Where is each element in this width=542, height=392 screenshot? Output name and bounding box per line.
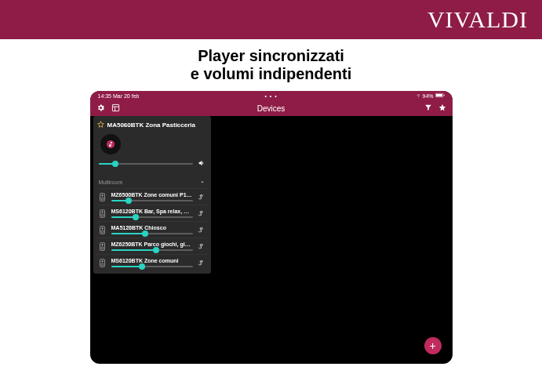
master-row[interactable]: MA5060BTK Zona Pasticceria <box>97 119 207 132</box>
zone-volume-slider[interactable] <box>111 233 193 234</box>
zone-name: MA5120BTK Chiosco <box>111 225 193 233</box>
brand-bar: VIVALDI <box>0 0 542 39</box>
status-center-dots: • • • <box>264 93 277 99</box>
zone-volume-slider[interactable] <box>111 249 193 251</box>
multiroom-label: Multiroom <box>99 180 123 185</box>
zone-volume-slider[interactable] <box>111 266 193 267</box>
zone-name: MS6120BTK Zone comuni <box>111 258 193 266</box>
svg-point-14 <box>101 230 104 232</box>
group-icon[interactable] <box>196 242 207 250</box>
speaker-icon[interactable] <box>97 226 108 234</box>
speaker-icon[interactable] <box>97 242 108 251</box>
speaker-icon[interactable] <box>97 259 108 267</box>
svg-point-17 <box>101 246 104 249</box>
svg-point-19 <box>102 260 103 261</box>
zone-volume-slider[interactable] <box>111 216 193 218</box>
zone-row[interactable]: MS6120BTK Zone comuni <box>97 254 207 270</box>
svg-rect-1 <box>435 94 442 96</box>
speaker-icon[interactable] <box>97 209 108 218</box>
group-icon[interactable] <box>196 226 207 234</box>
master-device-name: MA5060BTK Zona Pasticceria <box>107 122 196 129</box>
volume-icon[interactable] <box>198 159 206 169</box>
group-icon[interactable] <box>196 193 207 201</box>
wifi-icon <box>416 93 421 98</box>
svg-rect-3 <box>112 104 118 111</box>
zone-volume-slider[interactable] <box>111 200 193 201</box>
slide-title: Player sincronizzati e volumi indipenden… <box>0 47 542 83</box>
multiroom-header[interactable]: Multiroom <box>97 176 207 188</box>
filter-icon[interactable] <box>424 103 432 113</box>
chevron-up-icon[interactable] <box>199 179 206 186</box>
gear-icon[interactable] <box>96 103 105 114</box>
player-panel: MA5060BTK Zona Pasticceria Multiroom <box>93 116 211 274</box>
title-line-1: Player sincronizzati <box>0 47 542 65</box>
now-playing <box>97 134 207 173</box>
music-note-icon <box>107 141 114 147</box>
svg-point-13 <box>102 227 103 228</box>
zone-row[interactable]: MS6120BTK Bar, Spa relax, P2... <box>97 205 207 221</box>
svg-point-10 <box>102 211 103 212</box>
svg-point-16 <box>102 244 103 245</box>
zone-name: MZ6250BTK Parco giochi, giardino... <box>111 241 193 249</box>
zone-list: MZ6500BTK Zone comuni P1, P2... MS6120BT… <box>97 188 207 270</box>
plus-icon: + <box>429 340 435 351</box>
status-bar: 14:35 Mar 20 feb • • • 94% <box>90 91 453 100</box>
master-volume-slider[interactable] <box>99 163 193 165</box>
status-right: 94% <box>416 93 445 99</box>
group-icon[interactable] <box>196 209 207 217</box>
app-header: Devices <box>90 100 453 116</box>
group-icon[interactable] <box>196 259 207 267</box>
layout-icon[interactable] <box>111 103 120 114</box>
speaker-icon[interactable] <box>97 193 108 201</box>
title-line-2: e volumi indipendenti <box>0 65 542 83</box>
zone-name: MS6120BTK Bar, Spa relax, P2... <box>111 209 193 216</box>
svg-point-11 <box>101 213 104 216</box>
zone-row[interactable]: MA5120BTK Chiosco <box>97 221 207 238</box>
tablet-frame: 14:35 Mar 20 feb • • • 94% Devices <box>90 91 453 364</box>
svg-rect-2 <box>443 95 444 96</box>
zone-name: MZ6500BTK Zone comuni P1, P2... <box>111 192 193 200</box>
zone-row[interactable]: MZ6250BTK Parco giochi, giardino... <box>97 238 207 254</box>
status-time: 14:35 Mar 20 feb <box>98 93 140 99</box>
star-icon[interactable] <box>438 103 446 113</box>
svg-point-8 <box>101 197 104 199</box>
svg-point-7 <box>102 194 103 195</box>
brand-logo: VIVALDI <box>427 6 528 33</box>
album-art-disc[interactable] <box>100 134 121 154</box>
battery-icon <box>435 93 445 98</box>
page-title: Devices <box>90 104 453 113</box>
svg-point-20 <box>101 263 104 265</box>
star-outline-icon[interactable] <box>97 121 104 129</box>
add-fab[interactable]: + <box>424 337 442 354</box>
zone-row[interactable]: MZ6500BTK Zone comuni P1, P2... <box>97 188 207 205</box>
